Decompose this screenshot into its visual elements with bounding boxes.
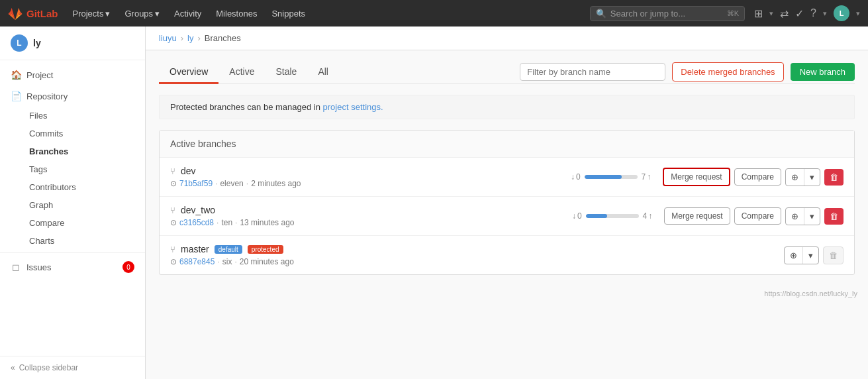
- gitlab-logo[interactable]: GitLab: [8, 6, 58, 21]
- sidebar-label-branches: Branches: [29, 146, 68, 156]
- compare-button-dev[interactable]: Compare: [734, 168, 781, 186]
- branch-clone-button-dev-two[interactable]: ⊕: [786, 208, 804, 225]
- branch-dropdown-button-dev[interactable]: ▾: [804, 169, 820, 186]
- sidebar-label-charts: Charts: [29, 236, 54, 246]
- merge-request-button-dev[interactable]: Merge request: [663, 168, 730, 186]
- repository-icon: 📄: [11, 91, 21, 101]
- branch-options-master: ⊕ ▾: [784, 246, 819, 264]
- delete-merged-button[interactable]: Delete merged branches: [672, 62, 783, 81]
- breadcrumb-liuyu[interactable]: liuyu: [159, 33, 177, 43]
- issues-icon: ◻: [11, 262, 21, 272]
- branch-actions-dev-two: Merge request Compare ⊕ ▾ 🗑: [664, 207, 844, 225]
- stat-behind-dev-two: ↓ 0: [572, 211, 582, 221]
- branch-clone-button-master[interactable]: ⊕: [785, 247, 802, 264]
- keyboard-shortcut: ⌘K: [727, 9, 739, 18]
- sidebar-label-compare: Compare: [29, 218, 64, 228]
- branch-icon-dev: ⑂: [170, 166, 175, 176]
- branch-commit-master: ⊙ 6887e845 · six · 20 minutes ago: [170, 257, 777, 266]
- tab-overview[interactable]: Overview: [159, 61, 218, 84]
- sidebar-item-tags[interactable]: Tags: [19, 160, 145, 178]
- tabs-row: Overview Active Stale All Delete merged …: [159, 61, 855, 84]
- new-branch-button[interactable]: New branch: [791, 63, 855, 81]
- tab-stale[interactable]: Stale: [265, 61, 307, 84]
- nav-snippets[interactable]: Snippets: [266, 9, 311, 19]
- branch-row-dev: ⑂ dev ⊙ 71b5af59 · eleven · 2 minutes ag…: [160, 158, 854, 197]
- diff-icon[interactable]: ⇄: [780, 7, 789, 20]
- help-icon[interactable]: ?: [810, 7, 816, 19]
- sidebar-item-commits[interactable]: Commits: [19, 125, 145, 142]
- stat-ahead-dev: 7 ↑: [642, 172, 651, 182]
- commit-hash-dev-two[interactable]: c3165cd8: [179, 218, 214, 227]
- nav-groups[interactable]: Groups ▾: [119, 9, 165, 19]
- commit-hash-dev[interactable]: 71b5af59: [179, 179, 213, 188]
- sidebar-label-contributors: Contributors: [29, 182, 76, 192]
- breadcrumb-ly[interactable]: ly: [187, 33, 193, 43]
- branch-stats-dev: ↓ 0 7 ↑: [571, 172, 651, 182]
- collapse-label: Collapse sidebar: [19, 363, 78, 372]
- collapse-sidebar-button[interactable]: « Collapse sidebar: [0, 356, 145, 379]
- branches-section: Active branches ⑂ dev ⊙ 71b5af59 · ele: [159, 130, 855, 275]
- footer: https://blog.csdn.net/lucky_ly: [146, 286, 868, 301]
- sidebar-item-compare[interactable]: Compare: [19, 214, 145, 232]
- sidebar-user: L ly: [0, 27, 145, 60]
- sidebar-item-repository[interactable]: 📄 Repository: [0, 85, 145, 107]
- sidebar-avatar: L: [11, 34, 28, 52]
- commit-dot-icon: ⊙: [170, 179, 177, 188]
- delete-branch-button-dev[interactable]: 🗑: [824, 169, 844, 186]
- branch-icon-dev-two: ⑂: [170, 205, 175, 215]
- issues-badge: 0: [122, 261, 134, 273]
- merge-request-button-dev-two[interactable]: Merge request: [664, 207, 730, 225]
- compare-button-dev-two[interactable]: Compare: [734, 207, 781, 225]
- commit-author-dev-two: ten: [221, 218, 232, 227]
- stat-bar-fill-dev-two: [586, 214, 607, 218]
- nav-milestones[interactable]: Milestones: [211, 9, 262, 19]
- breadcrumb: liuyu › ly › Branches: [146, 27, 868, 50]
- stat-ahead-dev-two: 4 ↑: [643, 211, 653, 221]
- nav-activity[interactable]: Activity: [169, 9, 207, 19]
- delete-branch-button-dev-two[interactable]: 🗑: [824, 208, 844, 225]
- sidebar-section-main: 🏠 Project 📄 Repository Files Commits Bra…: [0, 60, 145, 282]
- active-branches-label: Active branches: [170, 138, 236, 149]
- commit-hash-master[interactable]: 6887e845: [179, 257, 215, 266]
- branch-commit-dev-two: ⊙ c3165cd8 · ten · 13 minutes ago: [170, 218, 565, 227]
- branch-clone-button-dev[interactable]: ⊕: [786, 169, 804, 186]
- stat-bar-dev-two: [586, 214, 639, 218]
- search-input[interactable]: [610, 9, 723, 19]
- commit-time-dev-two: 13 minutes ago: [240, 218, 294, 227]
- stat-bar-fill-dev: [585, 175, 622, 179]
- stat-bar-dev: [585, 175, 638, 179]
- sidebar-label-tags: Tags: [29, 164, 47, 174]
- branch-name-row-dev: ⑂ dev: [170, 166, 564, 176]
- sidebar-item-files[interactable]: Files: [19, 107, 145, 125]
- branch-options-dev-two: ⊕ ▾: [785, 207, 820, 225]
- branch-options-dev: ⊕ ▾: [785, 168, 820, 186]
- sidebar-item-project[interactable]: 🏠 Project: [0, 64, 145, 85]
- branches-section-header: Active branches: [160, 131, 854, 158]
- branch-info-master: ⑂ master default protected ⊙ 6887e845 · …: [170, 244, 777, 266]
- nav-projects[interactable]: Projects ▾: [68, 9, 116, 19]
- commit-time-master: 20 minutes ago: [240, 257, 294, 266]
- footer-url: https://blog.csdn.net/lucky_ly: [764, 290, 857, 298]
- branch-dropdown-button-dev-two[interactable]: ▾: [804, 208, 820, 225]
- branch-info-dev: ⑂ dev ⊙ 71b5af59 · eleven · 2 minutes ag…: [170, 166, 564, 188]
- tab-all[interactable]: All: [307, 61, 339, 84]
- badge-protected-master: protected: [248, 245, 283, 254]
- sidebar-item-issues[interactable]: ◻ Issues 0: [0, 256, 145, 278]
- branch-dropdown-button-master[interactable]: ▾: [802, 247, 818, 264]
- tab-active[interactable]: Active: [218, 61, 265, 84]
- sidebar-item-graph[interactable]: Graph: [19, 196, 145, 214]
- sidebar-item-branches[interactable]: Branches: [19, 142, 145, 160]
- project-settings-link[interactable]: project settings.: [323, 102, 383, 112]
- check-icon[interactable]: ✓: [795, 7, 804, 20]
- branch-filter-input[interactable]: [520, 63, 665, 81]
- plus-icon[interactable]: ⊞: [754, 7, 763, 20]
- branch-info-dev-two: ⑂ dev_two ⊙ c3165cd8 · ten · 13 minutes …: [170, 205, 565, 227]
- sidebar-item-charts[interactable]: Charts: [19, 232, 145, 250]
- search-icon: 🔍: [596, 9, 606, 19]
- behind-count-dev: 0: [576, 172, 581, 182]
- sidebar-label-issues: Issues: [26, 262, 52, 272]
- sidebar-item-contributors[interactable]: Contributors: [19, 178, 145, 196]
- protected-info-banner: Protected branches can be managed in pro…: [159, 95, 855, 119]
- user-avatar[interactable]: L: [834, 5, 849, 21]
- sidebar: L ly 🏠 Project 📄 Repository Files Commit…: [0, 27, 146, 379]
